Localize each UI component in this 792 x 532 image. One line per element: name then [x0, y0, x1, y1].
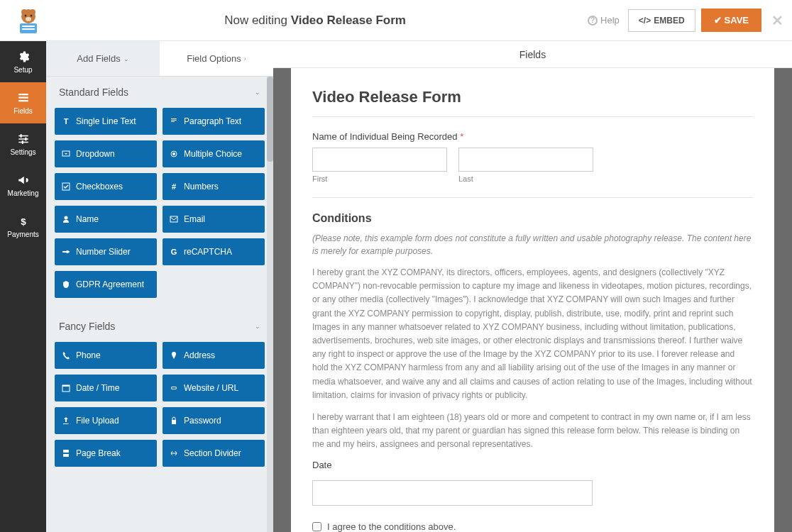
- last-sublabel: Last: [458, 174, 593, 183]
- form-title: Video Release Form: [312, 88, 753, 106]
- field-datetime[interactable]: Date / Time: [55, 375, 157, 401]
- field-page-break[interactable]: Page Break: [55, 440, 157, 467]
- link-icon: [170, 384, 178, 392]
- list-icon: [17, 92, 30, 104]
- field-recaptcha[interactable]: GreCAPTCHA: [163, 238, 265, 265]
- page-break-icon: [62, 449, 70, 458]
- field-checkboxes[interactable]: Checkboxes: [55, 173, 157, 200]
- chevron-down-icon: ⌄: [255, 89, 260, 96]
- svg-rect-11: [18, 100, 28, 101]
- field-paragraph-text[interactable]: Paragraph Text: [163, 108, 265, 135]
- svg-rect-7: [22, 26, 35, 27]
- editing-title: Now editing Video Release Form: [43, 13, 588, 28]
- field-section-divider[interactable]: Section Divider: [163, 440, 265, 467]
- date-input[interactable]: [312, 480, 593, 506]
- field-website[interactable]: Website / URL: [163, 375, 265, 401]
- sliders-icon: [17, 133, 30, 145]
- agree-checkbox[interactable]: [312, 522, 321, 531]
- recaptcha-icon: G: [170, 248, 178, 256]
- text-icon: T: [62, 117, 70, 126]
- top-header: Now editing Video Release Form ? Help </…: [0, 0, 792, 41]
- svg-point-22: [172, 153, 175, 155]
- field-file-upload[interactable]: File Upload: [55, 407, 157, 434]
- svg-text:T: T: [64, 117, 69, 126]
- checkbox-icon: [62, 182, 70, 191]
- canvas-header: Fields: [273, 41, 792, 68]
- svg-point-25: [65, 216, 68, 220]
- field-multiple-choice[interactable]: Multiple Choice: [163, 140, 265, 167]
- check-icon: ✔: [714, 15, 722, 26]
- divider: [312, 197, 753, 198]
- svg-rect-16: [25, 137, 26, 140]
- app-logo: [14, 6, 43, 35]
- section-fancy-fields[interactable]: Fancy Fields⌄: [46, 311, 273, 342]
- paragraph-icon: [170, 117, 178, 126]
- section-standard-fields[interactable]: Standard Fields⌄: [46, 77, 273, 108]
- field-dropdown[interactable]: Dropdown: [55, 140, 157, 167]
- help-icon: ?: [588, 16, 598, 26]
- nav-rail: Setup Fields Settings Marketing $ Paymen…: [0, 41, 46, 532]
- field-address[interactable]: Address: [163, 342, 265, 369]
- nav-payments[interactable]: $ Payments: [0, 206, 46, 247]
- svg-rect-31: [62, 385, 70, 387]
- bullhorn-icon: [17, 174, 30, 187]
- field-email[interactable]: Email: [163, 206, 265, 233]
- svg-rect-8: [22, 28, 35, 30]
- svg-point-1: [21, 9, 27, 15]
- chevron-down-icon: ⌄: [123, 55, 129, 62]
- svg-rect-32: [172, 420, 176, 424]
- user-icon: [62, 215, 70, 223]
- field-numbers[interactable]: #Numbers: [163, 173, 265, 200]
- slider-icon: [62, 248, 70, 256]
- fields-sidebar: Add Fields⌄ Field Options› Standard Fiel…: [46, 41, 273, 532]
- tab-field-options[interactable]: Field Options›: [160, 41, 273, 77]
- field-password[interactable]: Password: [163, 407, 265, 434]
- svg-text:$: $: [21, 216, 26, 226]
- phone-icon: [62, 351, 70, 360]
- field-number-slider[interactable]: Number Slider: [55, 238, 157, 265]
- embed-button[interactable]: </> EMBED: [628, 9, 695, 32]
- nav-fields[interactable]: Fields: [0, 82, 46, 123]
- first-name-input[interactable]: [312, 148, 447, 172]
- conditions-para-1: I hereby grant the XYZ COMPANY, its dire…: [312, 266, 753, 402]
- dropdown-icon: [62, 150, 70, 158]
- last-name-input[interactable]: [458, 148, 593, 172]
- agree-label: I agree to the conditions above.: [327, 521, 456, 532]
- nav-setup[interactable]: Setup: [0, 41, 46, 82]
- radio-icon: [170, 150, 178, 158]
- svg-rect-15: [20, 134, 21, 138]
- svg-rect-17: [21, 140, 23, 144]
- first-sublabel: First: [312, 174, 447, 183]
- lock-icon: [170, 416, 178, 425]
- tab-add-fields[interactable]: Add Fields⌄: [46, 41, 160, 77]
- close-button[interactable]: ✕: [771, 12, 783, 29]
- chevron-down-icon: ⌄: [255, 323, 260, 330]
- nav-marketing[interactable]: Marketing: [0, 165, 46, 206]
- svg-point-4: [31, 14, 33, 16]
- conditions-title: Conditions: [312, 212, 753, 225]
- upload-icon: [62, 416, 70, 425]
- svg-rect-10: [18, 96, 28, 98]
- svg-rect-33: [63, 450, 69, 453]
- svg-rect-12: [18, 135, 28, 136]
- form-canvas: Fields Video Release Form Name of Indivi…: [273, 41, 792, 532]
- gear-icon: [17, 50, 30, 63]
- field-phone[interactable]: Phone: [55, 342, 157, 369]
- svg-text:#: #: [172, 182, 176, 191]
- divider-icon: [170, 449, 178, 458]
- field-name[interactable]: Name: [55, 206, 157, 233]
- field-gdpr[interactable]: GDPR Agreement: [55, 271, 157, 298]
- nav-settings[interactable]: Settings: [0, 123, 46, 165]
- field-single-line-text[interactable]: TSingle Line Text: [55, 108, 157, 135]
- help-link[interactable]: ? Help: [588, 15, 620, 26]
- sidebar-scrollbar[interactable]: [267, 77, 273, 532]
- map-pin-icon: [170, 351, 178, 360]
- calendar-icon: [62, 384, 70, 392]
- svg-point-5: [26, 17, 31, 21]
- svg-point-28: [66, 250, 69, 253]
- save-button[interactable]: ✔ SAVE: [701, 9, 761, 32]
- name-label: Name of Individual Being Recorded *: [312, 131, 753, 142]
- hash-icon: #: [170, 182, 178, 191]
- svg-rect-13: [18, 138, 28, 140]
- svg-rect-26: [170, 216, 177, 222]
